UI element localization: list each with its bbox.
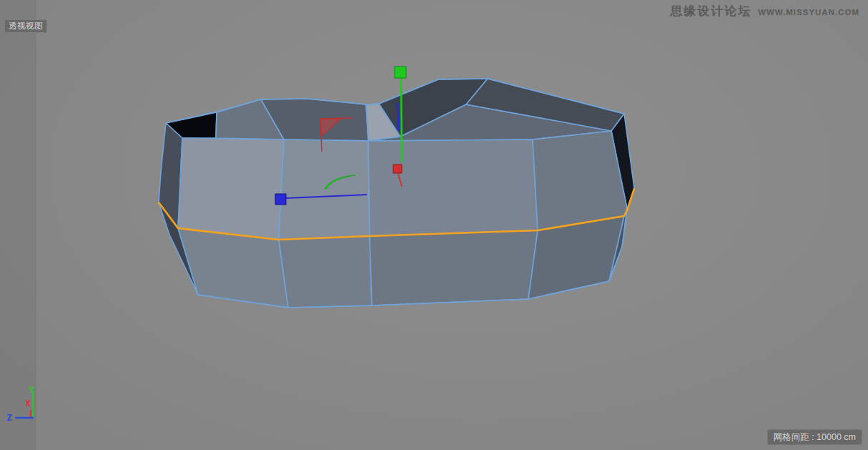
gizmo-y-axis-line[interactable] <box>401 77 402 162</box>
axis-triad: Y X Z <box>6 385 34 423</box>
gizmo-x-axis-handle[interactable] <box>393 165 402 173</box>
mesh-face-bottom[interactable] <box>370 230 538 305</box>
mesh-face-front[interactable] <box>533 131 627 230</box>
mesh-face-bottom[interactable] <box>279 236 372 308</box>
axis-y-label: Y <box>29 385 34 395</box>
model-mesh[interactable] <box>159 79 634 308</box>
scene-canvas[interactable]: Y X Z <box>0 0 868 450</box>
mesh-face-front[interactable] <box>368 140 538 236</box>
gizmo-z-axis-line[interactable] <box>398 103 399 131</box>
axis-x-label: X <box>25 398 31 409</box>
watermark: 思缘设计论坛 WWW.MISSYUAN.COM <box>670 3 859 19</box>
gizmo-z-axis-handle[interactable] <box>275 194 286 205</box>
viewport-label[interactable]: 透视视图 <box>4 19 47 33</box>
mesh-face-front[interactable] <box>178 138 284 240</box>
gizmo-y-axis-handle[interactable] <box>395 67 406 78</box>
axis-z-label: Z <box>6 413 11 423</box>
grid-spacing-label: 网格间距 : 10000 cm <box>767 429 862 445</box>
gizmo-plane-edge-red <box>320 118 352 119</box>
watermark-url: WWW.MISSYUAN.COM <box>758 8 859 16</box>
mesh-face-bottom[interactable] <box>178 228 288 308</box>
mesh-face-front[interactable] <box>279 140 370 240</box>
watermark-title: 思缘设计论坛 <box>670 3 751 19</box>
